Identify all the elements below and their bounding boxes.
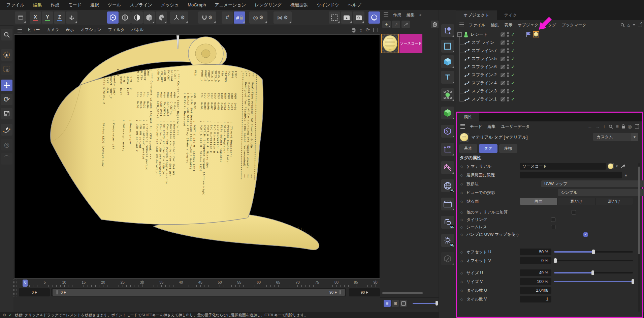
material-mini-thumb[interactable]: [608, 163, 614, 169]
frame-range-bar[interactable]: 0 F 90 F: [51, 288, 346, 296]
size-u-field[interactable]: 49 %: [520, 269, 551, 276]
tree-item-spline[interactable]: スプライン.6✓: [456, 63, 644, 71]
menu-item[interactable]: レンダリング: [250, 0, 286, 10]
tiles-v-field[interactable]: 1: [520, 296, 551, 302]
visibility-toggle-icon[interactable]: [507, 64, 509, 69]
tiling-checkbox[interactable]: [551, 218, 555, 222]
enabled-check-icon[interactable]: ✓: [511, 80, 515, 86]
enable-axis-button[interactable]: [441, 107, 454, 119]
current-frame-field[interactable]: 0 F: [19, 288, 50, 296]
nav-forward-icon[interactable]: →: [595, 124, 600, 129]
rotate-tool-button[interactable]: ⟳: [1, 94, 12, 105]
spline-pen-button[interactable]: [1, 124, 12, 136]
make-editable-button[interactable]: [441, 125, 454, 138]
workplane-button[interactable]: [441, 143, 454, 156]
enabled-check-icon[interactable]: ✓: [511, 96, 515, 102]
tiles-u-field[interactable]: 2.0408: [520, 287, 551, 294]
list-view-button[interactable]: ≡: [384, 300, 391, 307]
menu-item[interactable]: 作成: [46, 0, 64, 10]
menu-item[interactable]: メッシュ: [157, 0, 183, 10]
range-start-grip[interactable]: [56, 290, 59, 294]
add-material-checkbox[interactable]: [572, 210, 576, 214]
tree-item-spline[interactable]: スプライン.3✓: [456, 87, 644, 95]
menu-item[interactable]: ヘルプ: [344, 0, 366, 10]
bump-uvw-checkbox[interactable]: [583, 232, 588, 237]
tab-basic[interactable]: 基本: [459, 144, 477, 153]
projection-dropdown[interactable]: UVW マップ▼: [541, 180, 644, 187]
symmetry-settings-icon[interactable]: ⚙: [284, 15, 288, 21]
menu-item[interactable]: オプション: [77, 27, 104, 33]
menu-item[interactable]: ウインドウ: [312, 0, 344, 10]
view-projection-dropdown[interactable]: シンプル▼: [558, 189, 644, 196]
spinner-up-icon[interactable]: ▲: [624, 173, 628, 177]
offset-v-slider[interactable]: [554, 257, 633, 264]
layer-view-button[interactable]: [400, 300, 407, 307]
search-tool-button[interactable]: [1, 29, 12, 40]
tree-item-receipt[interactable]: レシート ✓: [456, 30, 644, 38]
restrict-selection-field[interactable]: [520, 172, 622, 178]
eyedropper-button[interactable]: [401, 21, 410, 28]
attribute-scrollbar[interactable]: [638, 163, 640, 312]
eyedropper-icon[interactable]: [620, 164, 625, 169]
globe-st-button[interactable]: ST: [441, 179, 454, 192]
point-mode-button[interactable]: [107, 11, 119, 24]
layer-toggle-icon[interactable]: [501, 97, 505, 102]
attribute-menu-icon[interactable]: [460, 124, 465, 129]
seamless-checkbox[interactable]: [551, 225, 555, 229]
tab-coordinates[interactable]: 座標: [499, 144, 517, 153]
text-spline-button[interactable]: T: [441, 71, 454, 84]
circle-primitive-button[interactable]: ◎: [1, 139, 12, 150]
visibility-toggle-icon[interactable]: [507, 32, 509, 37]
size-u-slider[interactable]: [554, 269, 633, 276]
enable-points-button[interactable]: [441, 88, 454, 101]
viewport-menu-icon[interactable]: [18, 28, 22, 32]
enabled-check-icon[interactable]: ✓: [511, 48, 515, 53]
filter-icon[interactable]: ≡: [616, 124, 619, 129]
offset-v-field[interactable]: 0 %: [520, 257, 551, 264]
menu-item[interactable]: ツール: [103, 0, 126, 10]
compositing-tag-icon[interactable]: [526, 32, 531, 38]
tab-takes[interactable]: テイク: [497, 10, 524, 20]
expand-toggle-icon[interactable]: [457, 32, 462, 37]
layer-toggle-icon[interactable]: [501, 73, 505, 77]
menu-item[interactable]: カメラ: [43, 27, 63, 33]
size-v-slider[interactable]: [554, 278, 633, 285]
render-view-button[interactable]: [341, 11, 352, 24]
texture-mode-button[interactable]: [156, 11, 167, 24]
axis-z-button[interactable]: Z: [54, 11, 65, 24]
tweak-settings-icon[interactable]: ⚙: [181, 15, 185, 21]
layer-toggle-icon[interactable]: [501, 32, 505, 37]
axis-x-button[interactable]: X: [30, 11, 41, 24]
track-icon[interactable]: ◎: [628, 124, 632, 129]
end-frame-field[interactable]: 90 F: [349, 288, 380, 296]
menu-item[interactable]: ファイル: [2, 0, 29, 10]
tree-item-spline[interactable]: スプライン.5✓: [456, 55, 644, 63]
symmetry-workflow-button[interactable]: [441, 161, 454, 174]
enabled-check-icon[interactable]: ✓: [511, 72, 515, 78]
visibility-toggle-icon[interactable]: [507, 56, 509, 61]
tree-item-spline[interactable]: スプライン.2✓: [456, 71, 644, 79]
nav-up-icon[interactable]: ↑: [603, 124, 606, 129]
snap-toggle-button[interactable]: #: [234, 11, 245, 24]
magnet-settings-icon[interactable]: ⚙: [208, 15, 213, 21]
layer-toggle-icon[interactable]: [501, 65, 505, 69]
keyframe-diamond-icon[interactable]: ◇: [460, 165, 466, 168]
material-menu-icon[interactable]: [384, 12, 388, 17]
tab-objects[interactable]: オブジェクト: [456, 10, 497, 20]
dolly-icon[interactable]: ↕: [360, 27, 362, 33]
tree-item-spline[interactable]: スプライン.4✓: [456, 79, 644, 87]
menu-item[interactable]: 編集: [404, 12, 417, 18]
material-name-label[interactable]: ソースコード: [399, 34, 422, 53]
menu-item[interactable]: 表示: [62, 27, 77, 33]
visibility-toggle-icon[interactable]: [507, 73, 509, 77]
preset-dropdown[interactable]: カスタム▼: [593, 133, 638, 141]
delete-material-button[interactable]: [431, 21, 439, 28]
offset-u-slider[interactable]: [554, 249, 633, 255]
side-option-front[interactable]: 表だけ: [557, 198, 595, 205]
scale-tool-button[interactable]: [1, 108, 12, 119]
home-icon[interactable]: ⌂: [627, 23, 630, 28]
search-icon[interactable]: [609, 124, 613, 129]
quantize-settings-icon[interactable]: ⚙: [259, 15, 263, 21]
menu-item[interactable]: 機能拡張: [286, 0, 312, 10]
viewport-canvas[interactable]: ;***************************************…: [14, 34, 380, 279]
